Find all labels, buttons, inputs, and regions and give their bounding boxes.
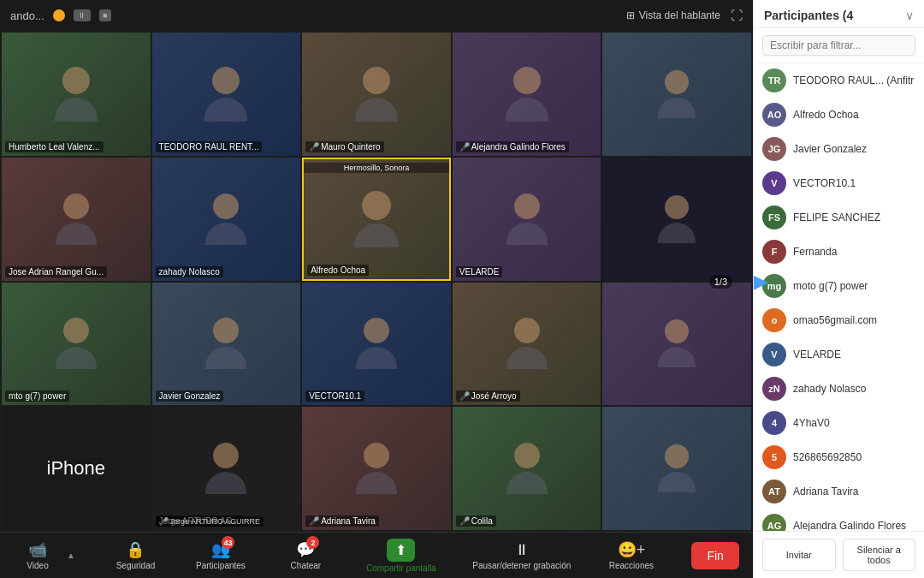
video-control[interactable]: 📹 Video: [14, 540, 62, 570]
participant-item[interactable]: 44YhaV0: [754, 406, 924, 440]
participant-name: FELIPE SANCHEZ: [793, 212, 915, 223]
participant-item[interactable]: mgmoto g(7) power: [754, 269, 924, 303]
top-bar: ando... ⏸ ■ ⊞ Vista del hablante ⛶: [0, 0, 753, 31]
participant-item[interactable]: zNzahady Nolasco: [754, 372, 924, 406]
video-cell-18[interactable]: 🎤Adriana Tavira: [302, 407, 451, 530]
share-screen-button[interactable]: ⬆ Compartir pantalla: [366, 539, 436, 573]
participant-avatar: JG: [762, 137, 786, 161]
participant-avatar: o: [762, 308, 786, 332]
participant-name: moto g(7) power: [793, 280, 915, 292]
participants-count: 43: [222, 536, 234, 549]
speaker-view-button[interactable]: ⊞ Vista del hablante: [626, 9, 720, 21]
minimize-button[interactable]: [53, 9, 65, 21]
video-grid: Humberto Leal Valenz... TEODORO RAUL REN…: [0, 31, 753, 532]
reactions-control[interactable]: 😀+ Reacciones: [607, 540, 655, 570]
participant-item[interactable]: VVELARDE: [754, 337, 924, 372]
toolbar-chat: 💬2 Chatear: [281, 540, 329, 570]
mute-icon-18: 🎤: [309, 516, 319, 526]
participant-name-13: VECTOR10.1: [305, 390, 364, 402]
video-cell-4[interactable]: 🎤Alejandra Galindo Flores: [453, 33, 601, 156]
participant-name-4: 🎤Alejandra Galindo Flores: [456, 141, 569, 152]
participant-item[interactable]: ATAdriana Tavira: [754, 474, 924, 509]
video-cell-9[interactable]: VELARDE: [453, 158, 601, 281]
top-bar-left: ando... ⏸ ■: [10, 9, 111, 22]
participant-avatar: FS: [762, 206, 786, 229]
mute-all-button[interactable]: Silenciar a todos: [843, 539, 916, 571]
video-cell-7[interactable]: zahady Nolasco: [152, 158, 301, 281]
participant-avatar: V: [762, 343, 786, 366]
video-cell-8[interactable]: Hermosillo, Sonora Alfredo Ochoa: [302, 158, 451, 281]
video-cell-5[interactable]: [602, 33, 751, 156]
participant-name-9: VELARDE: [456, 266, 503, 277]
video-cell-3[interactable]: 🎤Mauro Quintero: [302, 33, 451, 156]
chat-control[interactable]: 💬2 Chatear: [281, 540, 329, 570]
stop-button[interactable]: ■: [99, 9, 111, 21]
iphone-label: iPhone: [47, 457, 106, 480]
panel-chevron-icon[interactable]: ∨: [905, 9, 914, 22]
video-cell-10[interactable]: [602, 158, 751, 281]
grid-icon: ⊞: [626, 9, 635, 21]
participant-avatar: F: [762, 240, 786, 264]
participant-name-11: mto g(7) power: [5, 390, 69, 402]
mute-icon-19: 🎤: [459, 516, 470, 526]
video-cell-12[interactable]: Javier Gonzalez: [152, 283, 301, 406]
record-icon: ⏸: [514, 541, 530, 559]
participant-name-7: zahady Nolasco: [156, 266, 223, 277]
participant-item[interactable]: AGAlejandra Galindo Flores: [754, 509, 924, 531]
participant-name-6: Jose Adrian Rangel Gu...: [5, 266, 107, 277]
toolbar-share: ⬆ Compartir pantalla: [366, 539, 436, 573]
video-label: Video: [27, 561, 48, 570]
expand-button[interactable]: ⛶: [731, 9, 743, 22]
participant-name: TEODORO RAUL... (Anfitr: [793, 74, 915, 86]
participant-name: VECTOR10.1: [793, 177, 915, 189]
search-input[interactable]: [762, 35, 915, 56]
participant-item[interactable]: AOAlfredo Ochoa: [754, 98, 924, 132]
participant-name: Alfredo Ochoa: [793, 109, 915, 121]
video-cell-13[interactable]: VECTOR10.1: [302, 283, 451, 406]
invite-button[interactable]: Invitar: [762, 539, 836, 571]
end-button[interactable]: Fin: [691, 542, 738, 569]
mute-icon-17: 🎤: [159, 517, 169, 526]
participant-item[interactable]: FSFELIPE SANCHEZ: [754, 200, 924, 235]
share-label: Compartir pantalla: [366, 563, 436, 573]
security-control[interactable]: 🔒 Seguridad: [111, 540, 159, 570]
mute-icon-14: 🎤: [459, 391, 470, 401]
video-cell-6[interactable]: Jose Adrian Rangel Gu...: [2, 158, 151, 281]
participant-name-14: 🎤José Arroyo: [456, 390, 520, 402]
participant-item[interactable]: 5526865692850: [754, 440, 924, 474]
video-cell-19[interactable]: 🎤Colila: [453, 407, 601, 530]
participant-item[interactable]: oomao56gmail.com: [754, 303, 924, 337]
participant-item[interactable]: JGJavier Gonzalez: [754, 132, 924, 166]
video-cell-2[interactable]: TEODORO RAUL RENT...: [152, 33, 301, 156]
video-cell-1[interactable]: Humberto Leal Valenz...: [2, 33, 151, 156]
participants-panel: Participantes (4 ∨ TRTEODORO RAUL... (An…: [753, 0, 924, 578]
participant-item[interactable]: VVECTOR10.1: [754, 166, 924, 200]
participant-avatar: 5: [762, 445, 786, 469]
participant-name-19: 🎤Colila: [456, 515, 496, 527]
panel-search: [754, 28, 924, 63]
toolbar-participants: 👥43 Participantes: [196, 540, 246, 570]
participants-control[interactable]: 👥43 Participantes: [196, 540, 246, 570]
record-label: Pausar/detener grabación: [472, 561, 571, 570]
location-label: Hermosillo, Sonora: [304, 163, 449, 173]
video-cell-15[interactable]: [602, 283, 751, 406]
participant-item[interactable]: FFernanda: [754, 235, 924, 269]
participant-item[interactable]: TRTEODORO RAUL... (Anfitr: [754, 63, 924, 98]
security-icon: 🔒: [126, 540, 145, 559]
participant-name: zahady Nolasco: [793, 383, 915, 395]
panel-header: Participantes (4 ∨: [754, 0, 924, 28]
participants-label: Participantes: [196, 561, 246, 570]
panel-title: Participantes (4: [764, 9, 853, 22]
participant-name-1: Humberto Leal Valenz...: [5, 141, 104, 152]
video-cell-11[interactable]: mto g(7) power: [2, 283, 151, 406]
pause-button[interactable]: ⏸: [74, 9, 91, 21]
video-cell-17[interactable]: Jorge ARTURO AG... 🎤Jorge ARTURO AGUIRRE: [152, 407, 301, 530]
video-cell-14[interactable]: 🎤José Arroyo: [453, 283, 601, 406]
next-page-button[interactable]: ▶: [754, 271, 768, 293]
video-cell-16[interactable]: iPhone: [2, 407, 151, 530]
participant-name: 4YhaV0: [793, 417, 915, 429]
record-control[interactable]: ⏸ Pausar/detener grabación: [472, 541, 571, 570]
participant-avatar: AO: [762, 103, 786, 127]
participant-name: 526865692850: [793, 451, 915, 463]
video-cell-20[interactable]: [602, 407, 751, 530]
